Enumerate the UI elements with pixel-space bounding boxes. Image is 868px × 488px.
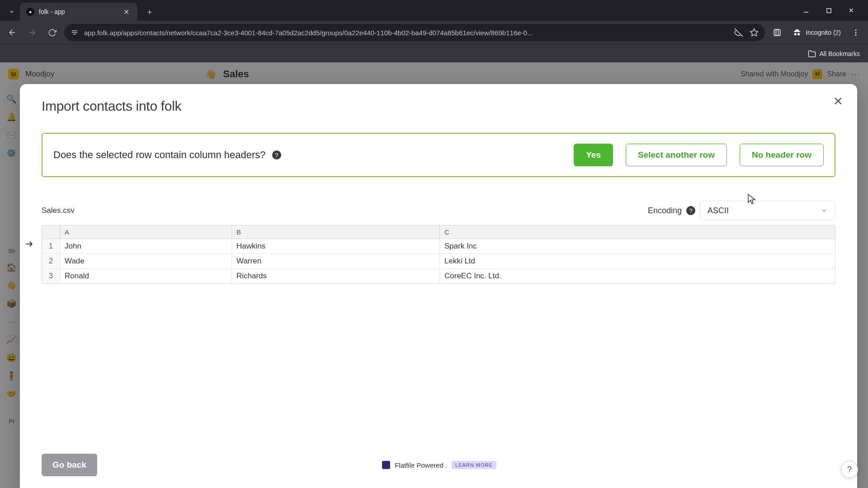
cell: Warren [232, 254, 440, 268]
col-header-b: B [232, 225, 440, 239]
tab-favicon-icon: ● [26, 8, 34, 16]
svg-point-13 [855, 34, 857, 36]
nav-reload-button[interactable] [44, 25, 60, 40]
install-app-icon[interactable] [769, 25, 785, 40]
chevron-down-icon [821, 207, 828, 214]
col-header-a: A [60, 225, 232, 239]
cell: Wade [60, 254, 232, 268]
cell: CoreEC Inc. Ltd. [440, 269, 835, 283]
cell: Richards [232, 269, 440, 283]
yes-button[interactable]: Yes [574, 144, 613, 166]
svg-marker-8 [750, 29, 758, 36]
url-text: app.folk.app/apps/contacts/network/ccaa7… [84, 29, 729, 37]
go-back-button[interactable]: Go back [42, 454, 97, 476]
row-number-header [42, 225, 60, 239]
site-info-icon[interactable] [71, 28, 79, 37]
nav-forward-button[interactable] [24, 25, 40, 40]
tab-close-button[interactable]: ✕ [122, 7, 131, 17]
question-help-icon[interactable]: ? [272, 150, 281, 160]
flatfile-logo-icon [382, 461, 390, 469]
all-bookmarks-label: All Bookmarks [820, 50, 860, 57]
address-bar[interactable]: app.folk.app/apps/contacts/network/ccaa7… [64, 24, 765, 41]
cell: John [60, 239, 232, 253]
row-number: 2 [42, 254, 60, 268]
encoding-label: Encoding [648, 206, 682, 216]
svg-rect-10 [776, 29, 778, 35]
app-viewport: M Moodjoy 👋 Sales Shared with Moodjoy M … [0, 62, 868, 488]
encoding-help-icon[interactable]: ? [686, 206, 695, 215]
window-controls: ✕ [796, 3, 864, 18]
import-modal: ✕ Import contacts into folk Does the sel… [20, 84, 857, 488]
selected-row-arrow-icon [24, 239, 35, 249]
table-row[interactable]: 3 Ronald Richards CoreEC Inc. Ltd. [42, 269, 835, 283]
window-close-button[interactable]: ✕ [841, 3, 862, 18]
incognito-label: Incognito (2) [806, 29, 841, 36]
browser-toolbar: app.folk.app/apps/contacts/network/ccaa7… [0, 21, 868, 44]
no-header-row-button[interactable]: No header row [740, 144, 824, 166]
tab-search-dropdown[interactable] [4, 4, 20, 20]
bookmarks-bar: All Bookmarks [0, 44, 868, 62]
window-minimize-button[interactable] [796, 3, 816, 18]
bookmark-star-icon[interactable] [750, 28, 759, 37]
browser-menu-button[interactable] [848, 25, 863, 40]
cell: Hawkins [232, 239, 440, 253]
window-maximize-button[interactable] [818, 3, 839, 18]
nav-back-button[interactable] [5, 25, 20, 40]
all-bookmarks-button[interactable]: All Bookmarks [808, 50, 860, 58]
learn-more-link[interactable]: LEARN MORE [452, 461, 496, 469]
table-row[interactable]: 1 John Hawkins Spark Inc [42, 239, 835, 254]
powered-by: Flatfile Powered . LEARN MORE [382, 461, 496, 469]
row-number: 3 [42, 269, 60, 283]
powered-text: Flatfile Powered . [395, 461, 447, 469]
incognito-indicator[interactable]: Incognito (2) [789, 28, 844, 38]
tab-title: folk - app [39, 8, 65, 15]
cell: Ronald [60, 269, 232, 283]
cell: Spark Inc [440, 239, 835, 253]
header-question-box: Does the selected row contain column hea… [42, 133, 835, 177]
table-row[interactable]: 2 Wade Warren Lekki Ltd [42, 254, 835, 269]
table-column-header-row: A B C [42, 225, 835, 239]
new-tab-button[interactable]: ＋ [142, 4, 157, 19]
help-fab-button[interactable]: ? [841, 461, 858, 478]
svg-rect-9 [774, 29, 780, 35]
svg-point-12 [855, 32, 857, 33]
question-text: Does the selected row contain column hea… [53, 149, 266, 161]
modal-close-button[interactable]: ✕ [830, 93, 846, 109]
svg-rect-1 [826, 8, 830, 12]
select-another-row-button[interactable]: Select another row [626, 144, 727, 166]
preview-table: A B C 1 John Hawkins Spark Inc 2 Wade Wa… [42, 225, 835, 284]
file-name-label: Sales.csv [42, 206, 75, 215]
row-number: 1 [42, 239, 60, 253]
svg-point-11 [855, 29, 857, 31]
encoding-select[interactable]: ASCII [700, 201, 835, 221]
cell: Lekki Ltd [440, 254, 835, 268]
tab-bar: ● folk - app ✕ ＋ ✕ [0, 0, 868, 21]
browser-tab-active[interactable]: ● folk - app ✕ [20, 3, 137, 21]
eye-off-icon[interactable] [734, 28, 743, 37]
modal-title: Import contacts into folk [42, 99, 835, 114]
col-header-c: C [440, 225, 835, 239]
encoding-value: ASCII [708, 206, 729, 216]
